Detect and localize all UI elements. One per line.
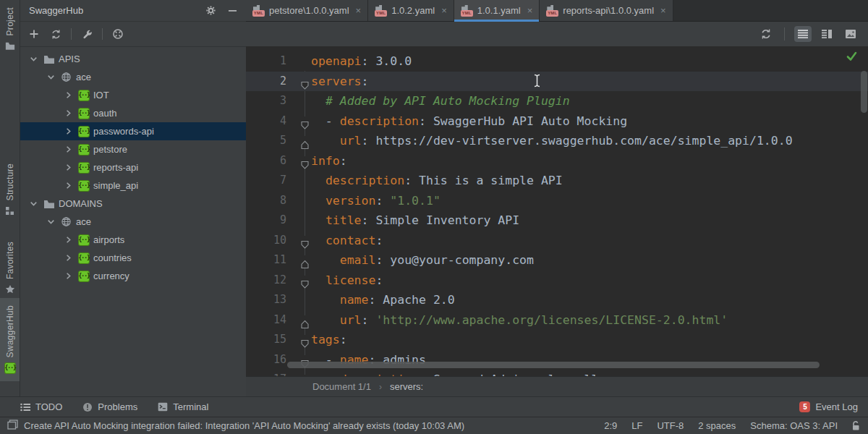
tree-item-domains[interactable]: DOMAINS — [20, 195, 246, 213]
status-item[interactable]: LF — [631, 420, 642, 431]
chevron-right-icon[interactable] — [62, 90, 74, 101]
toolwindow-button-todo[interactable]: TODO — [20, 401, 62, 412]
code-line[interactable]: 3 # Added by API Auto Mocking Plugin — [246, 91, 868, 111]
tree-item-passwords-api[interactable]: {··}passwords-api — [20, 122, 246, 140]
toolwindow-button-structure[interactable]: Structure — [0, 159, 20, 223]
tree-item-iot[interactable]: {··}IOT — [20, 86, 246, 104]
toolwindow-button-terminal[interactable]: Terminal — [158, 401, 208, 412]
editor-refresh-icon[interactable] — [757, 26, 775, 42]
code-line[interactable]: 15tags: — [246, 330, 868, 350]
chevron-down-icon[interactable] — [27, 198, 39, 209]
locate-icon[interactable] — [111, 27, 124, 41]
view-split-icon[interactable] — [818, 26, 835, 42]
tree-item-countries[interactable]: {··}countries — [20, 249, 246, 267]
chevron-right-icon[interactable] — [62, 162, 74, 173]
editor-tab[interactable]: YMLpetstore\1.0.0.yaml× — [246, 0, 368, 21]
chevron-down-icon[interactable] — [45, 72, 56, 82]
chevron-right-icon[interactable] — [62, 271, 74, 281]
fold-region-close-icon[interactable] — [300, 315, 310, 325]
code-line[interactable]: 11 email: you@your-company.com — [246, 250, 868, 271]
minimize-icon[interactable] — [228, 6, 237, 15]
code-line[interactable]: 2servers: — [246, 72, 868, 92]
fold-region-open-icon[interactable] — [300, 116, 310, 126]
event-log-badge: 5 — [799, 401, 810, 412]
view-preview-icon[interactable] — [842, 26, 859, 42]
line-number: 6 — [246, 151, 286, 171]
tree-item-petstore[interactable]: {··}petstore — [20, 140, 246, 158]
code-line[interactable]: 4 - description: SwaggerHub API Auto Moc… — [246, 111, 868, 132]
code-line[interactable]: 13 name: Apache 2.0 — [246, 290, 868, 310]
status-message[interactable]: Create API Auto Mocking integration fail… — [24, 420, 464, 431]
code-line[interactable]: 9 title: Simple Inventory API — [246, 210, 868, 231]
refresh-icon[interactable] — [49, 27, 62, 41]
tree-item-ace[interactable]: ace — [20, 213, 246, 231]
tree-item-apis[interactable]: APIS — [20, 50, 246, 68]
chevron-right-icon[interactable] — [62, 144, 74, 155]
editor-tab[interactable]: YML1.0.2.yaml× — [368, 0, 454, 21]
tree-item-simple_api[interactable]: {··}simple_api — [20, 176, 246, 195]
code-line[interactable]: 14 url: 'http://www.apache.org/licenses/… — [246, 310, 868, 331]
add-icon[interactable] — [27, 27, 41, 41]
editor-tab[interactable]: YML1.0.1.yaml× — [454, 0, 540, 21]
status-item[interactable]: UTF-8 — [657, 420, 684, 431]
lock-open-icon[interactable] — [851, 420, 861, 431]
breadcrumb-node[interactable]: servers: — [390, 381, 423, 392]
close-icon[interactable]: × — [356, 5, 362, 16]
chevron-right-icon[interactable] — [62, 180, 74, 191]
toolwindow-button-project[interactable]: Project — [0, 3, 20, 58]
code-line[interactable]: 12 license: — [246, 271, 868, 291]
fold-region-open-icon[interactable] — [300, 156, 310, 166]
chevron-right-icon[interactable] — [62, 234, 74, 245]
line-number: 3 — [246, 91, 286, 111]
structure-icon — [5, 205, 14, 218]
toolwindow-button-swaggerhub[interactable]: SwaggerHub {··} — [0, 298, 20, 381]
code-line[interactable]: 1openapi: 3.0.0 — [246, 51, 868, 72]
fold-region-open-icon[interactable] — [300, 335, 310, 344]
tree-item-oauth[interactable]: {··}oauth — [20, 104, 246, 122]
chevron-right-icon[interactable] — [62, 108, 74, 119]
toolwindow-button-favorites[interactable]: Favorites — [0, 237, 20, 302]
horizontal-scrollbar-thumb[interactable] — [287, 362, 820, 368]
fold-region-close-icon[interactable] — [300, 255, 310, 265]
todo-list-icon — [20, 403, 30, 412]
chevron-right-icon[interactable] — [62, 126, 74, 137]
toolwindow-button-problems[interactable]: Problems — [82, 401, 137, 412]
fold-region-close-icon[interactable] — [300, 136, 310, 145]
code-line[interactable]: 8 version: "1.0.1" — [246, 191, 868, 211]
tree-item-airports[interactable]: {··}airports — [20, 231, 246, 249]
editor-tab[interactable]: YMLreports-api\1.0.0.yaml× — [540, 0, 673, 21]
status-item[interactable]: Schema: OAS 3: API — [750, 420, 838, 431]
tree-item-ace[interactable]: ace — [20, 68, 246, 86]
toolwindow-button-event-log[interactable]: 5 Event Log — [799, 401, 858, 412]
close-icon[interactable]: × — [527, 5, 533, 16]
close-icon[interactable]: × — [660, 5, 666, 16]
tab-label: 1.0.1.yaml — [477, 5, 521, 16]
breadcrumb-document[interactable]: Document 1/1 — [312, 381, 371, 392]
line-number: 5 — [246, 131, 286, 151]
code-line[interactable]: 5 url: https://dev-virtserver.swaggerhub… — [246, 131, 868, 151]
toggle-toolwindows-icon[interactable] — [7, 420, 18, 432]
code-line[interactable]: 10 contact: — [246, 231, 868, 251]
fold-region-open-icon[interactable] — [300, 276, 310, 285]
vertical-scrollbar-thumb[interactable] — [861, 71, 867, 113]
chevron-down-icon[interactable] — [45, 216, 56, 227]
code-editor[interactable]: 1openapi: 3.0.02servers:3 # Added by API… — [246, 46, 868, 376]
code-line[interactable]: 17 description: Secured Admin-only calls — [246, 370, 868, 376]
gear-icon[interactable] — [205, 5, 216, 16]
tree-item-reports-api[interactable]: {··}reports-api — [20, 158, 246, 176]
inspection-ok-check-icon[interactable] — [846, 50, 858, 65]
status-item[interactable]: 2 spaces — [698, 420, 736, 431]
status-item[interactable]: 2:9 — [604, 420, 617, 431]
fold-region-open-icon[interactable] — [300, 236, 310, 245]
tree-item-currency[interactable]: {··}currency — [20, 267, 246, 285]
line-number: 11 — [246, 250, 286, 271]
fold-region-open-icon[interactable] — [300, 77, 310, 86]
chevron-right-icon[interactable] — [62, 252, 74, 263]
fold-region-close-icon[interactable] — [300, 375, 310, 376]
chevron-down-icon[interactable] — [27, 54, 39, 64]
view-editor-only-icon[interactable] — [794, 26, 812, 42]
wrench-icon[interactable] — [80, 27, 93, 41]
close-icon[interactable]: × — [441, 5, 447, 16]
code-line[interactable]: 7 description: This is a simple API — [246, 171, 868, 191]
code-line[interactable]: 6info: — [246, 151, 868, 171]
